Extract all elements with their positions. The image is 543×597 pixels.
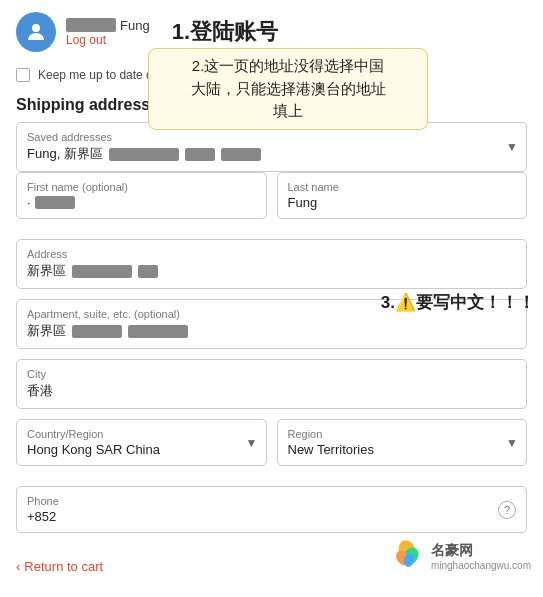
chevron-left-icon: ‹ [16,559,20,574]
phone-value: +852 [27,509,56,524]
logout-link[interactable]: Log out [66,33,150,47]
apt-value: 新界區 [27,322,66,340]
apt-field[interactable]: Apartment, suite, etc. (optional) 新界區 [16,299,527,349]
user-name-blurred [66,18,116,32]
name-row: First name (optional) · Last name Fung [16,172,527,219]
watermark-logo-icon [389,538,425,574]
country-field[interactable]: Country/Region Hong Kong SAR China ▼ [16,419,267,466]
apt-label: Apartment, suite, etc. (optional) [27,308,516,320]
region-label: Region [288,428,499,440]
address-value: 新界區 [27,262,66,280]
city-label: City [27,368,516,380]
address-field[interactable]: Address 新界區 [16,239,527,289]
saved-addresses-label: Saved addresses [27,131,498,143]
saved-addresses-value: Fung, 新界區 [27,145,103,163]
annotation-2-bubble: 2.这一页的地址没得选择中国 大陆，只能选择港澳台的地址 填上 [148,48,428,130]
country-label: Country/Region [27,428,238,440]
saved-addresses-dropdown-arrow: ▼ [506,140,518,154]
saved-address-blurred-3 [221,148,261,161]
apt-blurred-2 [128,325,188,338]
apt-blurred-1 [72,325,122,338]
avatar [16,12,56,52]
city-value: 香港 [27,383,53,398]
step-title: 1.登陆账号 [172,17,278,47]
watermark-name: 名豪网 [431,542,531,560]
user-info: Fung Log out [66,18,150,47]
region-field[interactable]: Region New Territories ▼ [277,419,528,466]
svg-point-0 [32,24,40,32]
phone-label: Phone [27,495,516,507]
user-name: Fung [120,18,150,33]
city-field[interactable]: City 香港 [16,359,527,409]
region-dropdown-arrow: ▼ [506,436,518,450]
region-value: New Territories [288,442,374,457]
phone-help-icon[interactable]: ? [498,501,516,519]
country-value: Hong Kong SAR China [27,442,160,457]
country-dropdown-arrow: ▼ [246,436,258,450]
newsletter-checkbox[interactable] [16,68,30,82]
watermark-text-block: 名豪网 minghaochangwu.com [431,542,531,571]
address-blurred-2 [138,265,158,278]
phone-field[interactable]: Phone +852 ? [16,486,527,533]
last-name-label: Last name [288,181,517,193]
address-label: Address [27,248,516,260]
first-name-blurred [35,196,75,209]
watermark: 名豪网 minghaochangwu.com [389,538,531,574]
first-name-label: First name (optional) [27,181,256,193]
first-name-field[interactable]: First name (optional) · [16,172,267,219]
saved-address-blurred-2 [185,148,215,161]
country-region-row: Country/Region Hong Kong SAR China ▼ Reg… [16,419,527,466]
saved-address-blurred-1 [109,148,179,161]
last-name-value: Fung [288,195,318,210]
apt-wrapper: Apartment, suite, etc. (optional) 新界區 3.… [16,299,527,349]
saved-addresses-field[interactable]: Saved addresses Fung, 新界區 ▼ [16,122,527,172]
first-name-value: · [27,195,31,210]
watermark-sub: minghaochangwu.com [431,560,531,571]
return-to-cart-link[interactable]: Return to cart [24,559,103,574]
address-blurred-1 [72,265,132,278]
last-name-field[interactable]: Last name Fung [277,172,528,219]
shipping-form: Saved addresses Fung, 新界區 ▼ First name (… [0,122,543,533]
